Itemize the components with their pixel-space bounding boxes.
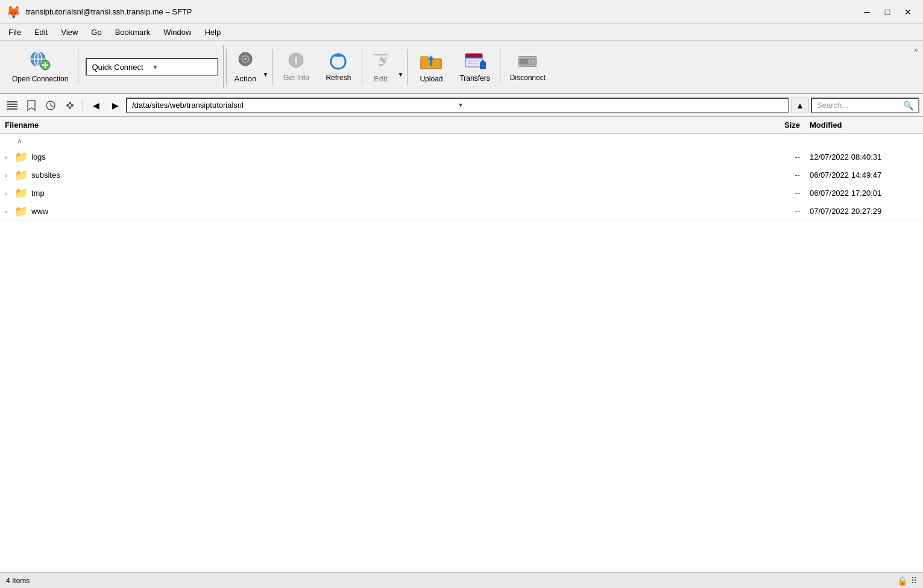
- lock-icon: 🔒: [897, 576, 907, 586]
- up-directory-row[interactable]: ∧: [0, 134, 923, 148]
- grid-icon: ⠿: [911, 576, 917, 586]
- svg-line-36: [51, 105, 53, 107]
- get-info-icon: i: [285, 52, 307, 71]
- upload-icon: [418, 51, 444, 72]
- file-name: logs: [31, 152, 761, 161]
- action-dropdown-button[interactable]: ▼: [261, 45, 269, 89]
- file-rows: › 📁 logs -- 12/07/2022 08:40:31 › 📁 subs…: [0, 148, 923, 572]
- toolbar: Open Connection Quick Connect ▼: [0, 41, 923, 94]
- refresh-icon: [327, 52, 349, 71]
- edit-dropdown-button[interactable]: ▼: [396, 45, 405, 89]
- open-connection-label: Open Connection: [12, 75, 68, 83]
- window-title: transiptutorialsnl@transi.ssh.transip.me…: [26, 7, 192, 16]
- path-bar[interactable]: /data/sites/web/transiptutorialsnl ▼: [126, 98, 789, 113]
- svg-line-44: [68, 105, 70, 108]
- menu-edit[interactable]: Edit: [28, 26, 54, 39]
- maximize-button[interactable]: □: [878, 5, 896, 19]
- get-info-label: Get Info: [283, 74, 309, 82]
- folder-icon: 📁: [14, 187, 28, 200]
- table-row[interactable]: › 📁 tmp -- 06/07/2022 17:20:01: [0, 184, 923, 202]
- edit-button[interactable]: Edit: [365, 45, 396, 89]
- expand-icon[interactable]: ›: [5, 190, 14, 197]
- table-row[interactable]: › 📁 www -- 07/07/2022 20:27:29: [0, 202, 923, 220]
- status-bar: 4 Items 🔒 ⠿: [0, 572, 923, 588]
- col-header-modified: Modified: [810, 120, 918, 130]
- history-button[interactable]: [42, 98, 59, 113]
- menu-help[interactable]: Help: [198, 26, 227, 39]
- search-icon[interactable]: 🔍: [903, 101, 913, 110]
- svg-rect-20: [467, 60, 480, 61]
- path-up-button[interactable]: ▲: [792, 98, 808, 113]
- expand-icon[interactable]: ›: [5, 154, 14, 161]
- toolbar-separator-4: [362, 49, 362, 85]
- menu-go[interactable]: Go: [85, 26, 107, 39]
- file-size: --: [761, 152, 810, 161]
- file-modified: 07/07/2022 20:27:29: [810, 207, 918, 216]
- nav-separator-1: [83, 99, 83, 112]
- svg-line-41: [68, 103, 70, 105]
- minimize-button[interactable]: ─: [858, 5, 876, 19]
- file-modified: 12/07/2022 08:40:31: [810, 152, 918, 161]
- status-item-count: 4 Items: [6, 577, 30, 585]
- title-bar: 🦊 transiptutorialsnl@transi.ssh.transip.…: [0, 0, 923, 24]
- folder-icon: 📁: [14, 169, 28, 182]
- transfers-button[interactable]: Transfers: [452, 45, 497, 89]
- path-dropdown-arrow: ▼: [458, 102, 783, 108]
- edit-icon: [370, 51, 391, 72]
- svg-rect-32: [7, 106, 17, 107]
- svg-rect-14: [373, 54, 388, 55]
- more-options-button[interactable]: [61, 98, 78, 113]
- svg-rect-19: [465, 57, 482, 58]
- table-row[interactable]: › 📁 logs -- 12/07/2022 08:40:31: [0, 148, 923, 166]
- menu-bookmark[interactable]: Bookmark: [109, 26, 157, 39]
- toolbar-separator-6: [500, 49, 500, 85]
- edit-label: Edit: [374, 74, 388, 83]
- nav-bar: ◀ ▶ /data/sites/web/transiptutorialsnl ▼…: [0, 94, 923, 117]
- path-value: /data/sites/web/transiptutorialsnl: [132, 101, 458, 110]
- svg-text:i: i: [295, 55, 297, 66]
- col-header-filename: Filename: [5, 120, 761, 130]
- svg-rect-33: [7, 108, 17, 110]
- upload-button[interactable]: Upload: [410, 45, 452, 89]
- open-connection-button[interactable]: Open Connection: [5, 45, 75, 89]
- disconnect-icon: [516, 52, 539, 71]
- table-row[interactable]: › 📁 subsites -- 06/07/2022 14:49:47: [0, 166, 923, 184]
- edit-button-group: Edit ▼: [365, 45, 405, 89]
- menu-file[interactable]: File: [2, 26, 27, 39]
- transfers-icon: [463, 51, 487, 72]
- search-box[interactable]: Search... 🔍: [811, 98, 919, 113]
- toolbar-separator-2: [226, 49, 227, 85]
- menu-window[interactable]: Window: [157, 26, 197, 39]
- svg-point-27: [531, 60, 535, 63]
- quick-connect-input[interactable]: Quick Connect ▼: [86, 58, 218, 76]
- close-button[interactable]: ✕: [899, 5, 917, 19]
- svg-line-43: [70, 105, 72, 108]
- title-bar-controls: ─ □ ✕: [858, 5, 917, 19]
- status-icons: 🔒 ⠿: [897, 576, 917, 586]
- file-modified: 06/07/2022 14:49:47: [810, 170, 918, 180]
- file-size: --: [761, 189, 810, 198]
- expand-icon[interactable]: ›: [5, 208, 14, 215]
- upload-label: Upload: [420, 75, 443, 83]
- folder-icon: 📁: [14, 205, 28, 218]
- back-button[interactable]: ◀: [87, 98, 104, 113]
- svg-point-10: [244, 58, 247, 60]
- svg-rect-22: [467, 63, 479, 64]
- transfers-label: Transfers: [459, 74, 490, 83]
- quick-connect-value: Quick Connect: [92, 63, 152, 72]
- forward-button[interactable]: ▶: [107, 98, 124, 113]
- expand-icon[interactable]: ›: [5, 172, 14, 179]
- disconnect-button[interactable]: Disconnect: [503, 45, 553, 89]
- app-icon: 🦊: [6, 5, 21, 19]
- toolbar-separator-5: [407, 49, 408, 85]
- action-button[interactable]: Action: [229, 45, 261, 89]
- svg-rect-21: [467, 61, 477, 63]
- refresh-button[interactable]: Refresh: [317, 45, 359, 89]
- bookmarks-button[interactable]: [23, 98, 40, 113]
- svg-rect-30: [7, 101, 17, 102]
- menu-view[interactable]: View: [55, 26, 84, 39]
- file-size: --: [761, 170, 810, 180]
- get-info-button[interactable]: i Get Info: [275, 45, 317, 89]
- folder-icon: 📁: [14, 151, 28, 164]
- view-list-button[interactable]: [4, 98, 20, 113]
